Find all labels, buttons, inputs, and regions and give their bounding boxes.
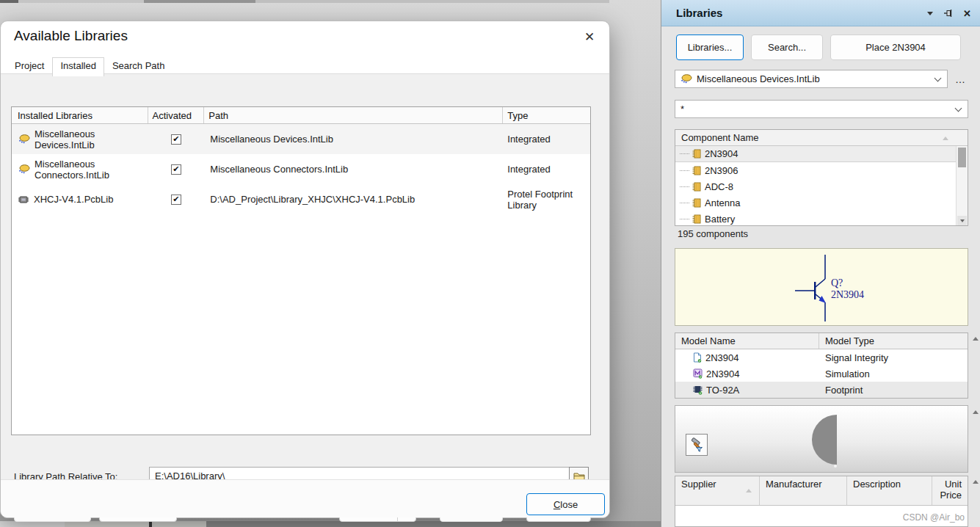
panel-close-icon[interactable]: ✕ bbox=[963, 8, 971, 19]
tree-line bbox=[680, 153, 689, 154]
svg-text:Q?: Q? bbox=[831, 277, 843, 288]
footprint-preview bbox=[675, 405, 968, 473]
tree-line bbox=[680, 186, 689, 187]
scrollbar-thumb[interactable] bbox=[958, 148, 966, 167]
component-item[interactable]: ADC-8 bbox=[675, 178, 956, 195]
libraries-panel: Libraries ✕ Libraries... Search... Place… bbox=[661, 0, 980, 527]
component-list-scrollbar[interactable] bbox=[956, 146, 968, 226]
component-icon bbox=[692, 214, 702, 224]
library-more-button[interactable]: … bbox=[951, 70, 970, 88]
svg-text:2N3904: 2N3904 bbox=[831, 289, 864, 300]
collapse-section-icon[interactable] bbox=[972, 478, 979, 485]
scrollbar-down-button[interactable] bbox=[957, 216, 967, 225]
background-status-strip bbox=[0, 521, 661, 527]
chevron-down-icon bbox=[955, 105, 962, 112]
tab-installed[interactable]: Installed bbox=[52, 57, 104, 76]
library-path: Miscellaneous Connectors.IntLib bbox=[204, 154, 503, 184]
sort-ascending-icon bbox=[746, 489, 752, 493]
tree-line bbox=[680, 170, 689, 171]
column-header-manufacturer[interactable]: Manufacturer bbox=[760, 476, 847, 505]
column-header-description[interactable]: Description bbox=[847, 476, 932, 505]
tree-line bbox=[680, 219, 689, 219]
column-header-unit-price[interactable]: Unit Price bbox=[932, 476, 968, 505]
model-table: Model Name Model Type 2N3904 Signal Inte… bbox=[675, 332, 968, 399]
model-row[interactable]: 2N3904 Simulation bbox=[675, 366, 968, 382]
library-name: Miscellaneous Connectors.IntLib bbox=[35, 159, 145, 181]
library-type: Integrated bbox=[503, 154, 590, 184]
activated-checkbox[interactable]: ✔ bbox=[171, 164, 181, 175]
intlib-icon bbox=[680, 74, 692, 84]
footprint-model-icon bbox=[693, 385, 703, 395]
library-type: Protel Footprint Library bbox=[503, 184, 590, 214]
library-path: Miscellaneous Devices.IntLib bbox=[204, 124, 503, 154]
column-header-activated[interactable]: Activated bbox=[148, 107, 205, 123]
component-icon bbox=[692, 149, 702, 159]
library-select-dropdown[interactable]: Miscellaneous Devices.IntLib bbox=[675, 70, 948, 88]
table-row[interactable]: Miscellaneous Connectors.IntLib ✔ Miscel… bbox=[12, 154, 590, 184]
selected-library-name: Miscellaneous Devices.IntLib bbox=[697, 73, 820, 84]
dialog-title: Available Libraries bbox=[14, 28, 128, 44]
dialog-tabs: Project Installed Search Path bbox=[7, 57, 173, 74]
library-name: XHCJ-V4.1.PcbLib bbox=[34, 194, 113, 205]
component-icon bbox=[692, 182, 702, 192]
component-icon bbox=[692, 198, 702, 208]
footprint-shape bbox=[791, 410, 853, 469]
filter-value: * bbox=[680, 103, 684, 115]
available-libraries-dialog: Available Libraries ✕ Project Installed … bbox=[0, 21, 610, 518]
component-item[interactable]: Battery bbox=[675, 211, 956, 226]
footprint-tools-button[interactable] bbox=[686, 434, 708, 456]
library-type: Integrated bbox=[503, 124, 590, 154]
tab-project[interactable]: Project bbox=[7, 57, 52, 74]
transistor-symbol: Q? 2N3904 bbox=[675, 249, 968, 325]
pcblib-icon bbox=[18, 195, 29, 204]
signal-integrity-icon bbox=[693, 352, 702, 363]
activated-checkbox[interactable]: ✔ bbox=[171, 195, 181, 205]
installed-libraries-table: Installed Libraries Activated Path Type … bbox=[11, 106, 591, 435]
model-row-selected[interactable]: TO-92A Footprint bbox=[675, 382, 968, 398]
library-name: Miscellaneous Devices.IntLib bbox=[35, 128, 145, 150]
component-item-selected[interactable]: 2N3904 bbox=[675, 146, 956, 162]
column-header-model-type[interactable]: Model Type bbox=[819, 333, 968, 349]
watermark: CSDN @Air_bo bbox=[903, 512, 965, 523]
component-item[interactable]: 2N3906 bbox=[675, 162, 956, 178]
collapse-section-icon[interactable] bbox=[972, 335, 979, 342]
component-list-header[interactable]: Component Name bbox=[675, 130, 968, 146]
dialog-content: Installed Libraries Activated Path Type … bbox=[1, 73, 609, 481]
intlib-icon bbox=[18, 164, 30, 174]
intlib-icon bbox=[18, 134, 30, 144]
tab-search-path[interactable]: Search Path bbox=[104, 57, 173, 74]
model-row[interactable]: 2N3904 Signal Integrity bbox=[675, 349, 968, 366]
dialog-close-icon[interactable]: ✕ bbox=[580, 27, 599, 46]
activated-checkbox[interactable]: ✔ bbox=[171, 134, 181, 145]
background-tab-strip bbox=[0, 0, 661, 3]
panel-title: Libraries bbox=[676, 7, 722, 19]
panel-header: Libraries ✕ bbox=[661, 0, 980, 26]
schematic-preview: Q? 2N3904 bbox=[675, 248, 968, 326]
chevron-down-icon bbox=[934, 75, 942, 82]
column-header-installed-libraries[interactable]: Installed Libraries bbox=[12, 107, 148, 123]
pin-icon[interactable] bbox=[943, 9, 953, 18]
panel-menu-icon[interactable] bbox=[927, 12, 933, 15]
simulation-model-icon bbox=[693, 368, 703, 379]
component-count-status: 195 components bbox=[678, 228, 748, 239]
collapse-section-icon[interactable] bbox=[972, 408, 979, 415]
close-button[interactable]: Close bbox=[526, 493, 605, 515]
column-header-model-name[interactable]: Model Name bbox=[675, 333, 819, 349]
component-icon bbox=[692, 166, 702, 175]
supplier-table: Supplier Manufacturer Description Unit P… bbox=[675, 476, 968, 527]
place-component-button[interactable]: Place 2N3904 bbox=[830, 34, 961, 60]
column-header-supplier[interactable]: Supplier bbox=[675, 476, 760, 505]
table-row[interactable]: XHCJ-V4.1.PcbLib ✔ D:\AD_Project\Library… bbox=[12, 184, 590, 214]
libraries-button[interactable]: Libraries... bbox=[676, 34, 744, 60]
library-path: D:\AD_Project\Library_XHJC\XHCJ-V4.1.Pcb… bbox=[204, 184, 503, 214]
sort-ascending-icon bbox=[943, 137, 948, 140]
hammer-filter-icon bbox=[689, 437, 704, 452]
table-row[interactable]: Miscellaneous Devices.IntLib ✔ Miscellan… bbox=[12, 124, 590, 154]
table-header-row: Installed Libraries Activated Path Type bbox=[12, 107, 590, 124]
column-header-path[interactable]: Path bbox=[204, 107, 503, 123]
component-filter-input[interactable]: * bbox=[675, 100, 968, 118]
column-header-type[interactable]: Type bbox=[503, 107, 590, 123]
tree-line bbox=[680, 203, 689, 203]
component-item[interactable]: Antenna bbox=[675, 195, 956, 211]
search-button[interactable]: Search... bbox=[751, 34, 823, 60]
